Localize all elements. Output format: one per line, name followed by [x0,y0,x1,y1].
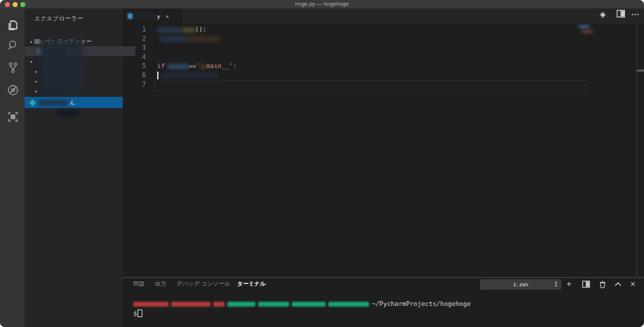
python-file-icon [128,13,133,19]
explorer-sidebar: エクスプローラー ▾ 開いているエディター y ▾ ▸ ▸ ▸ [25,8,123,327]
python-file-icon [29,99,36,106]
maximize-panel-icon[interactable] [613,279,623,289]
code-line-1[interactable]: (): [157,25,206,34]
selected-name-visible-char: ん [69,99,75,107]
redaction-blob [58,109,78,116]
explorer-icon[interactable] [6,18,20,32]
redacted-code [188,36,220,42]
tab-name-suffix: y [157,13,160,20]
terminal-cwd: ~/PycharmProjects/hogehoge [372,300,471,307]
chevron-down-icon: ▾ [28,39,34,44]
vscode-window: hoge.py — hogehoge エクスプローラー ▾ 開いているエディター [0,0,644,327]
code-line-6[interactable] [157,71,219,80]
traffic-close-button[interactable] [5,2,10,7]
debug-icon[interactable] [6,83,20,97]
keyword-if: if [157,62,165,71]
line-number: 7 [133,80,146,89]
close-panel-icon[interactable]: × [628,279,638,289]
redacted-user-host [133,302,224,307]
text-cursor [157,72,159,79]
chevron-down-icon: ▾ [28,59,34,64]
editor-tab-active[interactable]: y × [123,8,182,24]
redacted-path [227,302,369,307]
terminal-prompt-line[interactable]: $ [133,309,142,317]
extensions-icon[interactable] [6,109,20,124]
traffic-zoom-button[interactable] [20,2,25,7]
line-number: 5 [133,62,146,71]
prompt-char: $ [133,310,137,317]
terminal-cursor [137,309,142,317]
redacted-selected-name [39,100,68,106]
more-actions-icon[interactable]: ⋯ [631,10,639,19]
line-number: 2 [133,34,146,44]
editor-tab-bar [123,8,644,24]
panel-tab-debug-console[interactable]: デバッグ コンソール [177,280,230,288]
string-main: main__': [206,62,236,71]
panel-divider[interactable] [123,277,644,278]
redacted-tab-name [135,13,156,19]
split-editor-icon[interactable] [617,10,625,18]
line-number: 4 [133,53,146,62]
redaction-blob [582,30,593,33]
line-number: 1 [133,25,146,34]
terminal-shell-select[interactable]: 1: zsh ▲▼ [480,279,561,290]
panel-tab-problems[interactable]: 問題 [133,280,145,288]
window-title: hoge.py — hogehoge [0,0,644,8]
redaction-blob [40,39,83,94]
redacted-code [168,64,189,69]
traffic-minimize-button[interactable] [13,2,18,7]
editor-action-format-icon[interactable]: ◈ [600,10,605,19]
redacted-code [182,27,195,33]
terminal-output-line: ~/PycharmProjects/hogehoge [133,300,471,307]
redacted-code [157,27,182,33]
code-line-2[interactable] [157,34,220,44]
selected-file-item[interactable]: ん [25,97,123,108]
code-text: (): [195,25,206,34]
new-terminal-icon[interactable]: + [564,279,574,289]
redacted-code [160,36,188,42]
kill-terminal-trash-icon[interactable] [598,279,608,289]
line-number: 6 [133,71,146,80]
source-control-icon[interactable] [6,60,20,74]
editor-scrollbar-track[interactable] [636,25,637,276]
redacted-code [200,64,206,69]
panel-tab-terminal[interactable]: ターミナル [237,280,266,288]
line-number: 3 [133,44,146,53]
panel-tab-output[interactable]: 出力 [155,280,166,288]
split-terminal-icon[interactable] [581,279,591,289]
close-icon[interactable]: × [166,13,169,20]
editor-scrollbar-thumb[interactable] [637,69,644,72]
chevron-right-icon: ▸ [33,88,39,93]
code-line-5[interactable]: if == ' main__': [157,62,236,71]
redaction-blob [579,25,589,28]
chevron-right-icon: ▸ [33,69,39,74]
operator: == [189,62,196,71]
redacted-code [160,72,219,79]
shell-select-value: 1: zsh [513,281,528,288]
activity-bar [0,8,25,327]
chevron-right-icon: ▸ [33,79,39,84]
search-icon[interactable] [6,38,20,52]
select-arrows-icon: ▲▼ [554,281,558,288]
current-line-highlight [154,80,589,91]
sidebar-title: エクスプローラー [34,15,83,22]
